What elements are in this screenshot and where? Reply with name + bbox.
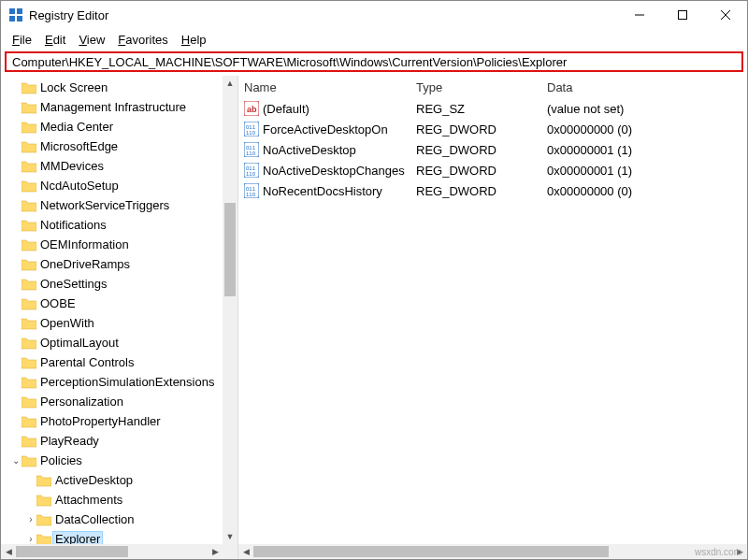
scroll-thumb[interactable] <box>16 546 128 557</box>
value-type: REG_DWORD <box>410 182 541 200</box>
svg-rect-0 <box>9 8 15 14</box>
tree-item[interactable]: ›Explorer <box>10 529 223 544</box>
titlebar[interactable]: Registry Editor <box>1 1 747 29</box>
tree-item-label: Media Center <box>40 120 113 134</box>
tree-item-label: PerceptionSimulationExtensions <box>40 375 214 389</box>
folder-icon <box>36 494 51 507</box>
chevron-icon[interactable]: ⌄ <box>10 455 22 466</box>
tree-item[interactable]: Notifications <box>10 215 223 235</box>
tree-item[interactable]: PerceptionSimulationExtensions <box>10 372 223 392</box>
tree-item-label: DataCollection <box>55 512 135 526</box>
address-bar[interactable]: Computer\HKEY_LOCAL_MACHINE\SOFTWARE\Mic… <box>5 51 743 72</box>
tree-item-label: Lock Screen <box>40 80 108 94</box>
tree-pane: Lock ScreenManagement InfrastructureMedi… <box>1 76 238 559</box>
tree-item[interactable]: OneSettings <box>10 274 223 294</box>
tree-item[interactable]: Media Center <box>10 117 223 136</box>
window: Registry Editor File Edit View Favorites… <box>0 0 748 560</box>
value-list-pane: Name Type Data (Default)REG_SZ(value not… <box>238 76 747 559</box>
list-horizontal-scrollbar[interactable]: ◀ ▶ <box>238 544 747 559</box>
folder-icon <box>22 395 36 409</box>
value-row[interactable]: NoRecentDocsHistoryREG_DWORD0x00000000 (… <box>238 180 747 201</box>
value-type: REG_DWORD <box>410 162 541 179</box>
tree-item[interactable]: Parental Controls <box>10 352 223 372</box>
scroll-down-icon[interactable]: ▼ <box>223 529 237 544</box>
minimize-button[interactable] <box>618 1 661 29</box>
value-type: REG_DWORD <box>410 121 541 138</box>
column-header-data[interactable]: Data <box>541 77 747 98</box>
menu-help[interactable]: Help <box>176 31 212 49</box>
folder-icon <box>22 337 36 350</box>
tree-item-label: Explorer <box>52 531 103 544</box>
value-data: 0x00000001 (1) <box>541 141 747 159</box>
binary-value-icon <box>244 142 259 157</box>
value-row[interactable]: (Default)REG_SZ(value not set) <box>238 98 747 119</box>
tree-list: Lock ScreenManagement InfrastructureMedi… <box>1 76 223 544</box>
tree-item[interactable]: OptimalLayout <box>10 333 223 352</box>
folder-icon <box>22 160 36 173</box>
tree-item-label: Policies <box>40 453 82 467</box>
menu-edit[interactable]: Edit <box>39 31 71 49</box>
tree-item[interactable]: OpenWith <box>10 313 223 333</box>
value-row[interactable]: NoActiveDesktopREG_DWORD0x00000001 (1) <box>238 139 747 160</box>
folder-icon <box>22 81 36 94</box>
column-header-name[interactable]: Name <box>238 77 410 98</box>
menu-favorites[interactable]: Favorites <box>112 31 173 49</box>
scroll-right-icon[interactable]: ▶ <box>208 544 223 559</box>
tree-item[interactable]: PhotoPropertyHandler <box>10 411 223 431</box>
svg-rect-5 <box>679 11 687 20</box>
column-header-type[interactable]: Type <box>410 77 541 98</box>
folder-icon <box>22 199 36 212</box>
maximize-button[interactable] <box>661 1 704 29</box>
tree-item[interactable]: ActiveDesktop <box>10 470 223 490</box>
tree-item[interactable]: ›DataCollection <box>10 510 223 529</box>
chevron-icon[interactable]: › <box>25 514 36 524</box>
close-button[interactable] <box>704 1 747 29</box>
menu-view[interactable]: View <box>73 31 110 49</box>
tree-vertical-scrollbar[interactable]: ▲ ▼ <box>223 76 237 544</box>
tree-item-label: PlayReady <box>40 434 99 448</box>
folder-icon <box>22 317 36 330</box>
tree-item[interactable]: OOBE <box>10 294 223 313</box>
tree-item-label: NetworkServiceTriggers <box>40 198 169 212</box>
value-row[interactable]: ForceActiveDesktopOnREG_DWORD0x00000000 … <box>238 119 747 139</box>
tree-item-label: OneSettings <box>40 277 108 291</box>
tree-item[interactable]: ⌄Policies <box>10 451 223 470</box>
scroll-thumb[interactable] <box>224 203 236 296</box>
value-name: NoActiveDesktop <box>263 143 356 157</box>
value-type: REG_DWORD <box>410 141 541 159</box>
scroll-up-icon[interactable]: ▲ <box>223 76 237 91</box>
chevron-icon[interactable]: › <box>25 534 36 544</box>
scroll-left-icon[interactable]: ◀ <box>238 544 253 559</box>
binary-value-icon <box>244 163 259 178</box>
tree-item[interactable]: Attachments <box>10 490 223 510</box>
tree-item-label: NcdAutoSetup <box>40 179 119 193</box>
tree-item[interactable]: Personalization <box>10 392 223 411</box>
scroll-thumb[interactable] <box>253 546 609 557</box>
value-type: REG_SZ <box>410 100 541 118</box>
tree-item[interactable]: MicrosoftEdge <box>10 136 223 156</box>
tree-item[interactable]: NcdAutoSetup <box>10 176 223 195</box>
binary-value-icon <box>244 122 259 136</box>
scroll-left-icon[interactable]: ◀ <box>1 544 16 559</box>
folder-icon <box>22 238 36 251</box>
tree-item[interactable]: Lock Screen <box>10 78 223 97</box>
binary-value-icon <box>244 183 259 198</box>
folder-icon <box>36 513 51 526</box>
tree-item-label: ActiveDesktop <box>55 473 133 487</box>
value-data: 0x00000000 (0) <box>541 121 747 138</box>
tree-item[interactable]: OEMInformation <box>10 235 223 254</box>
folder-icon <box>22 121 36 134</box>
menu-file[interactable]: File <box>7 31 37 49</box>
tree-item[interactable]: MMDevices <box>10 156 223 176</box>
folder-icon <box>22 376 36 389</box>
tree-item-label: OneDriveRamps <box>40 257 130 271</box>
value-row[interactable]: NoActiveDesktopChangesREG_DWORD0x0000000… <box>238 160 747 180</box>
value-name: ForceActiveDesktopOn <box>263 122 388 136</box>
tree-item[interactable]: NetworkServiceTriggers <box>10 195 223 215</box>
tree-item-label: Attachments <box>55 493 122 507</box>
tree-item[interactable]: OneDriveRamps <box>10 254 223 274</box>
folder-icon <box>22 140 36 153</box>
tree-item[interactable]: Management Infrastructure <box>10 97 223 117</box>
tree-horizontal-scrollbar[interactable]: ◀ ▶ <box>1 544 223 559</box>
tree-item[interactable]: PlayReady <box>10 431 223 451</box>
